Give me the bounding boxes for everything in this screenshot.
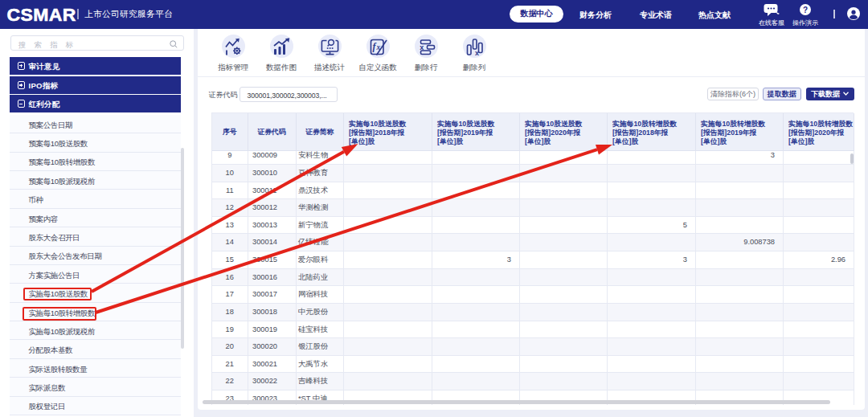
svg-text:x: x <box>475 48 479 55</box>
svg-text:x: x <box>420 43 424 51</box>
svg-text:?: ? <box>803 6 808 14</box>
